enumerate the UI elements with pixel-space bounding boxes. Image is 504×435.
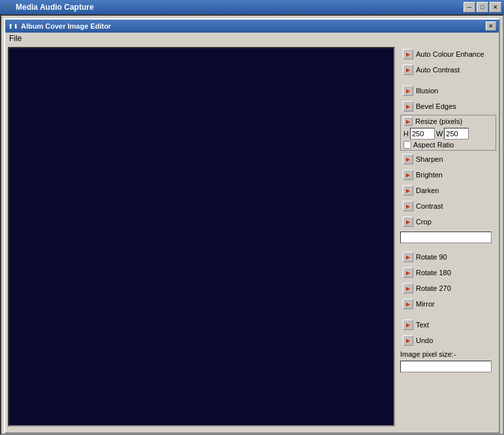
resize-title: Resize (pixels) xyxy=(415,117,462,125)
inner-title-text: Album Cover Image Editor xyxy=(21,22,486,30)
resize-group: ▶ Resize (pixels) H W Aspect Ratio xyxy=(400,115,496,151)
close-button[interactable]: ✕ xyxy=(490,2,501,12)
mirror-button[interactable]: ▶ Mirror xyxy=(400,297,496,311)
inner-title-bar: ⬆⬇ Album Cover Image Editor ✕ xyxy=(5,20,499,33)
pixel-size-input[interactable] xyxy=(400,361,492,372)
auto-contrast-button[interactable]: ▶ Auto Contrast xyxy=(400,63,496,77)
auto-contrast-label: Auto Contrast xyxy=(416,66,460,74)
auto-colour-enhance-label: Auto Colour Enhance xyxy=(416,50,484,58)
rotate180-button[interactable]: ▶ Rotate 180 xyxy=(400,265,496,280)
bevel-edges-button[interactable]: ▶ Bevel Edges xyxy=(400,99,496,113)
mirror-label: Mirror xyxy=(416,300,435,308)
w-label: W xyxy=(436,130,443,138)
undo-label: Undo xyxy=(416,337,433,344)
arrow-icon: ▶ xyxy=(403,299,413,309)
inner-close-button[interactable]: ✕ xyxy=(486,22,496,31)
brighten-button[interactable]: ▶ Brighten xyxy=(400,168,496,182)
aspect-ratio-row: Aspect Ratio xyxy=(403,141,493,149)
arrow-icon: ▶ xyxy=(403,85,413,96)
arrow-icon: ▶ xyxy=(403,65,413,75)
crop-button[interactable]: ▶ Crop xyxy=(400,215,496,229)
crop-label: Crop xyxy=(416,218,432,226)
sharpen-label: Sharpen xyxy=(416,155,443,163)
arrow-icon: ▶ xyxy=(403,283,413,293)
app-icon: 🎵 xyxy=(3,2,13,12)
arrow-icon: ▶ xyxy=(403,217,413,227)
h-label: H xyxy=(403,130,409,138)
rotate270-label: Rotate 270 xyxy=(416,284,451,292)
arrow-icon: ▶ xyxy=(403,335,413,346)
arrow-icon: ▶ xyxy=(403,101,413,112)
undo-button[interactable]: ▶ Undo xyxy=(400,333,496,348)
inner-window: ⬆⬇ Album Cover Image Editor ✕ File ▶ Aut… xyxy=(4,18,500,434)
h-input[interactable] xyxy=(410,128,435,140)
contrast-button[interactable]: ▶ Contrast xyxy=(400,199,496,213)
arrow-icon: ▶ xyxy=(403,252,413,262)
arrow-icon: ▶ xyxy=(403,154,413,164)
app-title: Media Audio Capture xyxy=(16,3,464,12)
divider1 xyxy=(400,78,496,82)
rotate270-button[interactable]: ▶ Rotate 270 xyxy=(400,281,496,295)
sidebar: ▶ Auto Colour Enhance ▶ Auto Contrast ▶ … xyxy=(398,44,499,429)
rotate180-label: Rotate 180 xyxy=(416,269,451,277)
rotate90-button[interactable]: ▶ Rotate 90 xyxy=(400,250,496,264)
auto-colour-enhance-button[interactable]: ▶ Auto Colour Enhance xyxy=(400,47,496,61)
arrow-icon: ▶ xyxy=(403,49,413,59)
w-input[interactable] xyxy=(444,128,469,140)
darken-button[interactable]: ▶ Darken xyxy=(400,183,496,198)
contrast-label: Contrast xyxy=(416,202,443,210)
crop-input[interactable] xyxy=(400,232,492,243)
text-label: Text xyxy=(416,321,429,329)
arrow-icon: ▶ xyxy=(403,201,413,211)
aspect-ratio-label: Aspect Ratio xyxy=(413,141,454,149)
sharpen-button[interactable]: ▶ Sharpen xyxy=(400,152,496,166)
image-canvas xyxy=(8,47,395,427)
resize-inputs-row: H W xyxy=(403,128,493,140)
bevel-edges-label: Bevel Edges xyxy=(416,102,456,110)
arrow-icon: ▶ xyxy=(403,267,413,278)
aspect-ratio-checkbox[interactable] xyxy=(403,141,411,149)
divider3 xyxy=(400,312,496,316)
menu-bar: File xyxy=(5,33,499,44)
main-window: ⬆⬇ Album Cover Image Editor ✕ File ▶ Aut… xyxy=(0,14,504,435)
title-bar: 🎵 Media Audio Capture ─ □ ✕ xyxy=(0,0,504,14)
arrow-icon: ▶ xyxy=(403,185,413,196)
maximize-button[interactable]: □ xyxy=(477,2,488,12)
resize-arrow-icon: ▶ xyxy=(403,117,413,126)
content-area: ▶ Auto Colour Enhance ▶ Auto Contrast ▶ … xyxy=(5,44,499,429)
arrow-icon: ▶ xyxy=(403,320,413,330)
pixel-size-label: Image pixel size:- xyxy=(400,349,496,359)
window-controls: ─ □ ✕ xyxy=(464,2,501,12)
inner-title-icon: ⬆⬇ xyxy=(8,23,18,30)
darken-label: Darken xyxy=(416,187,439,194)
rotate90-label: Rotate 90 xyxy=(416,253,447,261)
resize-title-row: ▶ Resize (pixels) xyxy=(403,117,493,126)
illusion-button[interactable]: ▶ Illusion xyxy=(400,83,496,98)
file-menu[interactable]: File xyxy=(9,34,22,43)
minimize-button[interactable]: ─ xyxy=(464,2,475,12)
illusion-label: Illusion xyxy=(416,87,438,95)
brighten-label: Brighten xyxy=(416,171,443,179)
divider2 xyxy=(400,245,496,248)
arrow-icon: ▶ xyxy=(403,170,413,180)
text-button[interactable]: ▶ Text xyxy=(400,318,496,332)
